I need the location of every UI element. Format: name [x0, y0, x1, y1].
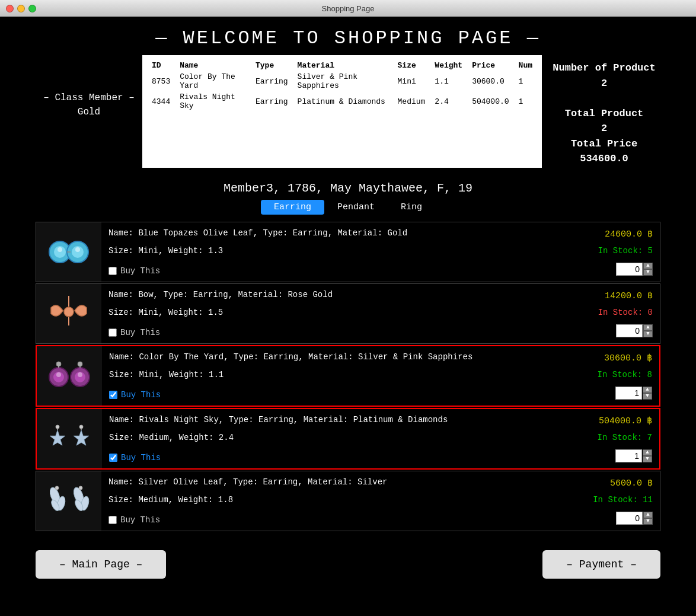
quantity-input[interactable]: [615, 387, 642, 400]
svg-point-17: [78, 362, 82, 366]
cart-cell-size: Medium: [393, 91, 430, 111]
buy-row: Buy This: [108, 328, 558, 337]
cart-cell-num: 1: [514, 91, 537, 111]
quantity-up-arrow[interactable]: ▲: [643, 449, 652, 456]
product-image: [37, 346, 102, 406]
product-image: [36, 222, 101, 282]
cart-cell-num: 1: [514, 71, 537, 91]
cart-cell-weight: 2.4: [430, 91, 467, 111]
cart-cell-id: 8753: [147, 71, 175, 91]
quantity-arrows: ▲▼: [643, 512, 653, 525]
buy-label: Buy This: [120, 266, 160, 276]
product-name: Name: Bow, Type: Earring, Material: Rose…: [108, 290, 558, 299]
quantity-arrows: ▲▼: [643, 449, 652, 462]
quantity-down-arrow[interactable]: ▼: [643, 456, 652, 462]
main-page-button[interactable]: – Main Page –: [36, 550, 166, 579]
window-title: Shopping Page: [322, 4, 375, 13]
product-right: 14200.0 ฿In Stock: 0▲▼: [565, 284, 660, 343]
quantity-down-arrow[interactable]: ▼: [643, 269, 653, 276]
product-size-weight: Size: Medium, Weight: 1.8: [108, 495, 558, 505]
total-price-value: 534600.0: [548, 151, 660, 167]
product-name: Name: Rivals Night Sky, Type: Earring, M…: [109, 415, 557, 425]
buy-label: Buy This: [121, 453, 161, 462]
product-image: [36, 284, 101, 343]
col-type: Type: [251, 60, 293, 71]
top-section: – Class Member – Gold ID Name Type Mater…: [36, 55, 660, 173]
svg-point-31: [79, 486, 82, 490]
product-right: 504000.0 ฿In Stock: 7▲▼: [564, 409, 659, 468]
quantity-input[interactable]: [616, 263, 643, 276]
quantity-control: ▲▼: [616, 263, 653, 276]
svg-point-16: [56, 362, 61, 366]
quantity-control: ▲▼: [616, 324, 653, 337]
buy-checkbox[interactable]: [108, 516, 117, 524]
num-product-label: Number of Product: [548, 61, 660, 75]
product-size-weight: Size: Mini, Weight: 1.5: [108, 308, 558, 317]
cart-cell-type: Earring: [251, 71, 293, 91]
product-right: 30600.0 ฿In Stock: 8▲▼: [564, 346, 659, 406]
col-size: Size: [393, 60, 430, 71]
cart-cell-weight: 1.1: [430, 71, 467, 91]
window-controls[interactable]: [6, 5, 36, 12]
cart-row: 8753Color By The YardEarringSilver & Pin…: [147, 71, 537, 91]
product-stock: In Stock: 8: [598, 370, 652, 379]
svg-point-14: [56, 372, 61, 377]
svg-point-15: [78, 372, 82, 377]
product-list: Name: Blue Topazes Olive Leaf, Type: Ear…: [36, 222, 660, 531]
category-tabs: Earring Pendant Ring: [0, 200, 696, 215]
page-title: — WELCOME TO SHOPPING PAGE —: [0, 17, 696, 55]
quantity-down-arrow[interactable]: ▼: [643, 518, 653, 525]
quantity-arrows: ▲▼: [643, 263, 653, 276]
quantity-up-arrow[interactable]: ▲: [643, 512, 653, 518]
product-stock: In Stock: 11: [593, 495, 653, 505]
buy-checkbox[interactable]: [109, 454, 117, 462]
quantity-input[interactable]: [616, 324, 643, 337]
buy-checkbox[interactable]: [108, 328, 117, 337]
product-row: Name: Blue Topazes Olive Leaf, Type: Ear…: [36, 222, 660, 282]
cart-cell-name: Rivals Night Sky: [175, 91, 251, 111]
product-details: Name: Bow, Type: Earring, Material: Rose…: [101, 284, 565, 343]
total-price-label: Total Price: [548, 137, 660, 151]
product-details: Name: Blue Topazes Olive Leaf, Type: Ear…: [101, 222, 565, 282]
product-name: Name: Blue Topazes Olive Leaf, Type: Ear…: [108, 228, 558, 238]
quantity-input[interactable]: [615, 449, 642, 462]
col-id: ID: [147, 60, 175, 71]
quantity-up-arrow[interactable]: ▲: [643, 263, 653, 269]
quantity-down-arrow[interactable]: ▼: [643, 331, 653, 337]
cart-cell-type: Earring: [251, 91, 293, 111]
total-product-label: Total Product: [548, 107, 660, 121]
product-size-weight: Size: Mini, Weight: 1.3: [108, 246, 558, 256]
quantity-input[interactable]: [616, 512, 643, 525]
tab-ring[interactable]: Ring: [388, 200, 435, 215]
product-details: Name: Rivals Night Sky, Type: Earring, M…: [102, 409, 564, 468]
quantity-up-arrow[interactable]: ▲: [643, 387, 652, 393]
svg-point-5: [75, 247, 80, 252]
product-price: 504000.0 ฿: [599, 415, 652, 426]
cart-row: 4344Rivals Night SkyEarringPlatinum & Di…: [147, 91, 537, 111]
product-size-weight: Size: Mini, Weight: 1.1: [109, 370, 557, 379]
maximize-button[interactable]: [28, 5, 36, 12]
buy-label: Buy This: [120, 328, 160, 337]
tab-pendant[interactable]: Pendant: [324, 200, 388, 215]
cart-table: ID Name Type Material Size Weight Price …: [147, 60, 537, 111]
svg-point-7: [64, 307, 74, 317]
col-material: Material: [293, 60, 393, 71]
buy-checkbox[interactable]: [109, 391, 117, 399]
minimize-button[interactable]: [17, 5, 25, 12]
member-info: Member3, 1786, May Maythawee, F, 19: [0, 173, 696, 200]
product-details: Name: Color By The Yard, Type: Earring, …: [102, 346, 564, 406]
quantity-up-arrow[interactable]: ▲: [643, 324, 653, 331]
product-row: Name: Color By The Yard, Type: Earring, …: [36, 345, 660, 407]
product-price: 14200.0 ฿: [605, 290, 653, 301]
product-row: Name: Bow, Type: Earring, Material: Rose…: [36, 283, 660, 344]
quantity-down-arrow[interactable]: ▼: [643, 393, 652, 400]
product-price: 5600.0 ฿: [610, 477, 653, 489]
quantity-arrows: ▲▼: [643, 324, 653, 337]
tab-earring[interactable]: Earring: [261, 200, 324, 215]
svg-point-21: [79, 425, 83, 429]
product-image: [36, 471, 101, 531]
close-button[interactable]: [6, 5, 14, 12]
svg-point-20: [56, 425, 59, 429]
buy-checkbox[interactable]: [108, 267, 117, 275]
payment-button[interactable]: – Payment –: [542, 550, 660, 579]
